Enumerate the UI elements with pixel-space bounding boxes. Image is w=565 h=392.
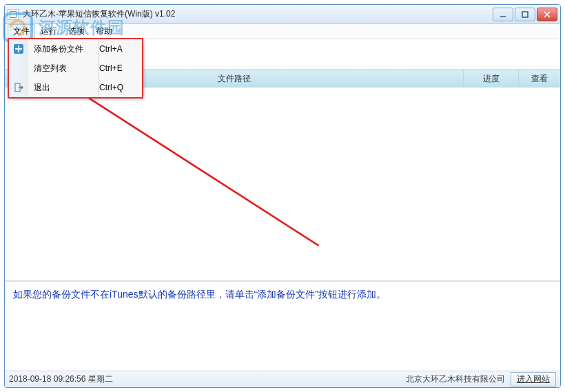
- file-list-area: [5, 87, 560, 281]
- menubar: 文件 运行 选项 帮助: [5, 24, 560, 39]
- menu-exit[interactable]: 退出 Ctrl+Q: [9, 78, 142, 97]
- status-company: 北京大环乙木科技有限公司: [406, 373, 505, 385]
- menu-file[interactable]: 文件: [8, 24, 35, 39]
- window-title: 大环乙木-苹果短信恢复软件(Win版) v1.02: [23, 8, 493, 20]
- titlebar: 大环乙木-苹果短信恢复软件(Win版) v1.02: [5, 5, 560, 24]
- menu-help[interactable]: 帮助: [90, 24, 118, 39]
- exit-icon: [13, 82, 24, 93]
- close-button[interactable]: [537, 8, 557, 21]
- svg-line-4: [61, 87, 319, 246]
- hint-text: 如果您的备份文件不在iTunes默认的备份路径里，请单击“添加备份文件”按钮进行…: [13, 289, 386, 300]
- status-bar: 2018-09-18 09:26:56 星期二 北京大环乙木科技有限公司 进入网…: [5, 371, 560, 387]
- svg-rect-7: [15, 48, 22, 50]
- annotation-arrow: [5, 87, 560, 280]
- menu-add-backup-file[interactable]: 添加备份文件 Ctrl+A: [9, 39, 142, 59]
- menu-options[interactable]: 选项: [63, 24, 90, 39]
- maximize-button[interactable]: [515, 8, 535, 21]
- col-view[interactable]: 查看: [519, 70, 560, 87]
- menu-clear-list[interactable]: 清空列表 Ctrl+E: [9, 59, 142, 78]
- col-progress[interactable]: 进度: [464, 70, 519, 87]
- minimize-button[interactable]: [493, 8, 513, 21]
- enter-website-link[interactable]: 进入网站: [511, 372, 556, 386]
- file-dropdown: 添加备份文件 Ctrl+A 清空列表 Ctrl+E 退出 Ctrl+Q: [8, 39, 143, 98]
- svg-rect-1: [522, 12, 528, 17]
- plus-icon: [13, 43, 24, 54]
- menu-run[interactable]: 运行: [35, 24, 63, 39]
- hint-panel: 如果您的备份文件不在iTunes默认的备份路径里，请单击“添加备份文件”按钮进行…: [5, 281, 560, 371]
- status-datetime: 2018-09-18 09:26:56 星期二: [9, 373, 406, 385]
- app-icon: [8, 9, 19, 20]
